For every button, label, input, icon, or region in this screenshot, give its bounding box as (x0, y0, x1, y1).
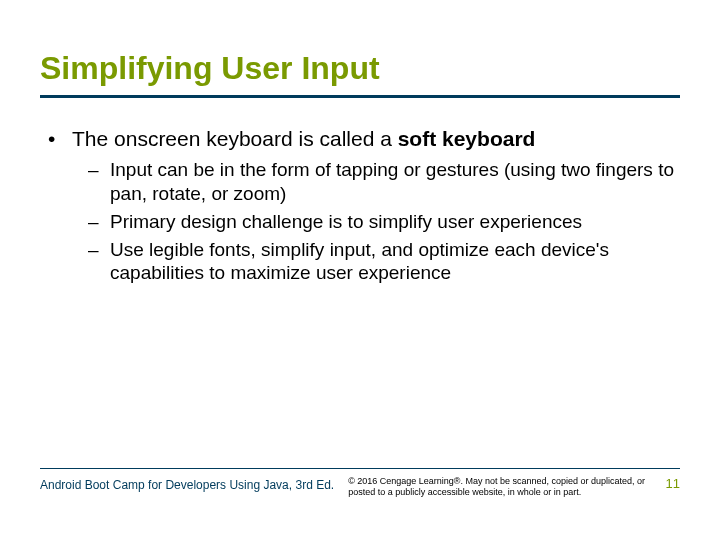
bullet-level-1: • The onscreen keyboard is called a soft… (48, 126, 680, 152)
dash-glyph: – (88, 238, 110, 286)
dash-glyph: – (88, 158, 110, 206)
bullet-text-bold: soft keyboard (398, 127, 536, 150)
footer-book-title: Android Boot Camp for Developers Using J… (40, 475, 334, 492)
subbullet-level-2: – Primary design challenge is to simplif… (88, 210, 680, 234)
subbullet-text: Primary design challenge is to simplify … (110, 210, 680, 234)
footer-row: Android Boot Camp for Developers Using J… (40, 475, 680, 498)
dash-glyph: – (88, 210, 110, 234)
footer-rule (40, 468, 680, 469)
footer-copyright: © 2016 Cengage Learning®. May not be sca… (334, 475, 651, 498)
footer: Android Boot Camp for Developers Using J… (40, 468, 680, 498)
bullet-text-plain: The onscreen keyboard is called a (72, 127, 398, 150)
slide: Simplifying User Input • The onscreen ke… (0, 0, 720, 540)
subbullet-text: Input can be in the form of tapping or g… (110, 158, 680, 206)
slide-body: • The onscreen keyboard is called a soft… (40, 126, 680, 285)
subbullet-level-2: – Use legible fonts, simplify input, and… (88, 238, 680, 286)
subbullet-level-2: – Input can be in the form of tapping or… (88, 158, 680, 206)
slide-title: Simplifying User Input (40, 50, 680, 87)
bullet-text: The onscreen keyboard is called a soft k… (72, 126, 680, 152)
page-number: 11 (652, 475, 680, 491)
bullet-glyph: • (48, 126, 72, 152)
title-underline (40, 95, 680, 98)
subbullet-text: Use legible fonts, simplify input, and o… (110, 238, 680, 286)
